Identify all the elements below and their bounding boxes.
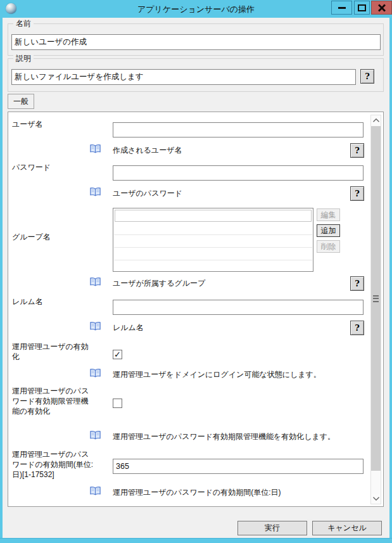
realm-desc: レルム名 (113, 323, 144, 333)
group-name-label: グループ名 (12, 232, 94, 242)
password-input[interactable] (113, 165, 364, 181)
edit-button[interactable]: 編集 (317, 208, 340, 221)
check-icon: ✓ (114, 350, 121, 359)
tab-general-label: 一般 (13, 96, 28, 107)
titlebar[interactable]: アプリケーションサーバの操作 (0, 0, 392, 18)
book-icon (89, 430, 101, 442)
group-list-row[interactable] (115, 210, 312, 222)
realm-label: レルム名 (12, 297, 94, 307)
form-panel: ユーザ名 作成されるユーザ名 ? パスワード ユーザのパスワード ? グループ名… (8, 112, 384, 507)
cancel-button[interactable]: キャンセル (312, 521, 382, 535)
name-groupbox: 名前 (8, 23, 384, 56)
thumb-grip-icon (373, 295, 379, 302)
add-button[interactable]: 追加 (317, 224, 340, 237)
description-groupbox: 説明 ? (8, 58, 384, 92)
pw-expiry-enable-label: 運用管理ユーザのパスワード有効期限管理機能の有効化 (12, 386, 94, 416)
username-help-button[interactable]: ? (350, 143, 364, 158)
delete-button[interactable]: 削除 (317, 240, 340, 253)
realm-input[interactable] (113, 300, 364, 315)
pw-period-input[interactable] (113, 459, 364, 474)
tab-general[interactable]: 一般 (8, 94, 34, 109)
username-desc: 作成されるユーザ名 (113, 145, 182, 155)
scroll-up-button[interactable] (371, 115, 381, 125)
admin-enable-checkbox[interactable]: ✓ (113, 350, 122, 359)
book-icon (89, 486, 101, 498)
description-group-label: 説明 (13, 54, 34, 63)
scroll-down-button[interactable] (371, 494, 381, 504)
description-help-button[interactable]: ? (360, 69, 374, 84)
description-input[interactable] (11, 69, 356, 85)
minimize-icon (338, 7, 346, 9)
book-icon (89, 187, 101, 199)
minimize-button[interactable] (331, 1, 352, 15)
maximize-icon (358, 4, 366, 11)
pw-period-desc: 運用管理ユーザのパスワードの有効期間(単位:日) (113, 487, 281, 497)
window-bottom-border (0, 538, 392, 543)
pw-expiry-enable-desc: 運用管理ユーザのパスワード有効期限管理機能を有効化します。 (113, 431, 335, 442)
group-help-button[interactable]: ? (350, 276, 364, 291)
name-input[interactable] (11, 34, 381, 50)
book-icon (89, 321, 101, 333)
username-input[interactable] (113, 122, 364, 137)
row-divider (114, 234, 312, 235)
row-divider (114, 247, 312, 248)
close-icon (377, 3, 386, 12)
vertical-scrollbar[interactable] (370, 115, 381, 504)
name-group-label: 名前 (13, 19, 34, 28)
password-desc: ユーザのパスワード (113, 188, 182, 198)
book-icon (89, 368, 101, 380)
pw-period-label: 運用管理ユーザのパスワードの有効期間(単位:日)[1-17532] (12, 449, 94, 480)
group-name-desc: ユーザが所属するグループ (113, 278, 205, 288)
chevron-down-icon (372, 496, 380, 501)
admin-enable-desc: 運用管理ユーザをドメインにログイン可能な状態にします。 (113, 369, 321, 380)
password-label: パスワード (12, 162, 94, 172)
username-label: ユーザ名 (12, 119, 94, 129)
chevron-up-icon (372, 118, 380, 123)
dialog-window: アプリケーションサーバの操作 名前 説明 ? 一般 ユーザ名 作成されるユーザ名… (0, 0, 392, 543)
password-help-button[interactable]: ? (350, 186, 364, 201)
row-divider (114, 260, 312, 260)
realm-help-button[interactable]: ? (350, 321, 364, 335)
pw-expiry-enable-checkbox[interactable] (113, 399, 122, 408)
group-listbox[interactable] (113, 208, 313, 272)
maximize-button[interactable] (354, 1, 370, 15)
close-button[interactable] (371, 1, 392, 15)
book-icon (89, 144, 101, 156)
scrollbar-thumb[interactable] (371, 126, 381, 471)
book-icon (89, 277, 101, 289)
execute-button[interactable]: 実行 (237, 521, 307, 535)
admin-enable-label: 運用管理ユーザの有効化 (12, 342, 94, 362)
